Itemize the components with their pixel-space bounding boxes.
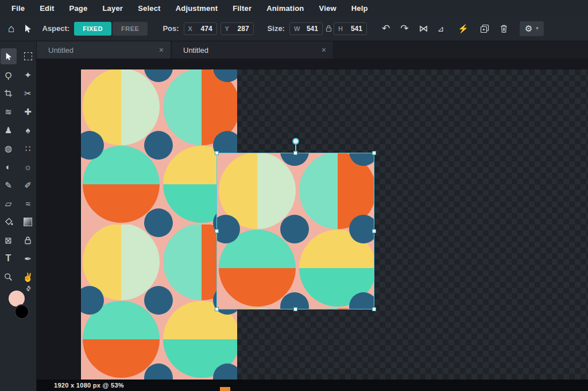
auto-transform-button[interactable]: ⚡ — [458, 24, 469, 33]
selection-handle-w[interactable] — [215, 229, 219, 233]
rotate-handle[interactable] — [292, 138, 299, 145]
aspect-free-button[interactable]: FREE — [113, 22, 148, 36]
y-position-input[interactable]: Y 287 — [220, 22, 254, 35]
canvas-bottom-marker — [220, 387, 230, 391]
menu-filter[interactable]: Filter — [225, 4, 259, 13]
document-canvas[interactable] — [81, 69, 588, 380]
tool-pencil[interactable]: ✎ — [1, 177, 17, 193]
w-field-value: 541 — [307, 25, 318, 33]
image-editor-window: File Edit Page Layer Select Adjustment F… — [0, 0, 588, 391]
tool-crop[interactable] — [1, 85, 17, 101]
tool-blur[interactable]: ♠ — [20, 122, 36, 138]
tool-dodge-burn[interactable]: ◐ — [1, 158, 17, 175]
options-toolbar: ⌂ Aspect: FIXED FREE Pos: X 474 Y 287 Si… — [0, 16, 588, 41]
lock-aspect-icon[interactable] — [326, 25, 332, 32]
gradient-icon — [24, 218, 32, 226]
smudge-icon: ≈ — [25, 199, 30, 208]
status-text: 1920 x 1080 px @ 53% — [54, 382, 124, 389]
tool-smudge[interactable]: ≈ — [20, 195, 36, 211]
selection-handle-e[interactable] — [372, 229, 376, 233]
trash-button[interactable] — [500, 24, 508, 33]
selection-handle-se[interactable] — [372, 307, 376, 311]
settings-button[interactable]: ⚙ ▾ — [520, 21, 544, 36]
menu-animation[interactable]: Animation — [259, 4, 311, 13]
frame-icon: ⊠ — [5, 236, 12, 245]
menu-adjustment[interactable]: Adjustment — [168, 4, 226, 13]
tool-zoom[interactable] — [1, 269, 17, 285]
tool-hand[interactable]: ✌ — [20, 269, 36, 285]
crop-icon — [4, 89, 13, 98]
menu-help[interactable]: Help — [344, 4, 376, 13]
selection-handle-n[interactable] — [293, 151, 297, 155]
tool-pointillize[interactable]: ∷ — [20, 140, 36, 156]
tool-magic-wand[interactable]: ✦ — [20, 67, 36, 83]
scissors-icon: ✂ — [24, 89, 32, 98]
tool-move[interactable] — [1, 48, 17, 64]
tool-marquee[interactable] — [20, 48, 36, 64]
redo-button[interactable]: ↷ — [400, 24, 408, 33]
tool-slice[interactable]: ✂ — [20, 85, 36, 101]
width-input[interactable]: W 541 — [289, 22, 323, 35]
tool-heal[interactable]: ✚ — [20, 103, 36, 119]
background-color-swatch[interactable] — [14, 304, 29, 319]
magnifier-icon — [4, 273, 13, 281]
paint-bucket-icon — [4, 217, 13, 226]
marquee-icon — [24, 52, 32, 60]
size-label: Size: — [268, 24, 285, 33]
selected-layer[interactable] — [217, 153, 374, 309]
tab-untitled-1[interactable]: Untitled × — [37, 41, 171, 59]
selection-handle-s[interactable] — [293, 307, 297, 311]
duplicate-button[interactable] — [480, 24, 489, 33]
tool-fill[interactable] — [1, 214, 17, 230]
close-icon[interactable]: × — [159, 45, 164, 55]
dots-icon: ∷ — [25, 144, 31, 153]
tab-untitled-2[interactable]: Untitled × — [172, 41, 334, 59]
home-icon[interactable]: ⌂ — [8, 23, 14, 34]
tool-brush[interactable]: ✐ — [20, 177, 36, 193]
tool-effects[interactable]: ☼ — [20, 158, 36, 175]
tool-lock[interactable] — [20, 232, 36, 248]
tool-gradient[interactable] — [20, 214, 36, 230]
tool-lasso[interactable]: Ϙ — [1, 67, 17, 83]
x-field-label: X — [188, 25, 192, 32]
move-cursor-icon — [5, 52, 12, 61]
menu-view[interactable]: View — [312, 4, 344, 13]
flip-horizontal-button[interactable]: ⋈ — [419, 24, 428, 33]
x-field-value: 474 — [201, 25, 212, 33]
swap-colors-icon[interactable]: ⇄ — [24, 284, 33, 293]
tool-liquify[interactable]: ≋ — [1, 103, 17, 119]
tab-label: Untitled — [183, 46, 208, 55]
tool-frame[interactable]: ⊠ — [1, 232, 17, 248]
tool-eyedropper[interactable]: ✒ — [20, 250, 36, 266]
selection-handle-nw[interactable] — [215, 151, 219, 155]
stamp-icon: ♟ — [5, 126, 12, 134]
tool-grid: Ϙ ✦ ✂ ≋ ✚ ♟ ♠ ◍ ∷ ◐ ☼ ✎ ✐ ▱ ≈ ⊠ — [0, 41, 36, 285]
x-position-input[interactable]: X 474 — [184, 22, 217, 35]
aspect-fixed-button[interactable]: FIXED — [74, 22, 111, 36]
pos-label: Pos: — [163, 24, 179, 33]
menu-edit[interactable]: Edit — [32, 4, 61, 13]
skew-button[interactable]: ⊿ — [437, 25, 444, 33]
menu-page[interactable]: Page — [62, 4, 95, 13]
tool-palette: Ϙ ✦ ✂ ≋ ✚ ♟ ♠ ◍ ∷ ◐ ☼ ✎ ✐ ▱ ≈ ⊠ — [0, 41, 37, 391]
selection-handle-ne[interactable] — [372, 151, 376, 155]
height-input[interactable]: H 541 — [334, 22, 367, 35]
menu-file[interactable]: File — [11, 4, 32, 13]
close-icon[interactable]: × — [322, 45, 326, 55]
tool-clone-stamp[interactable]: ♟ — [1, 122, 17, 138]
undo-button[interactable]: ↶ — [382, 24, 390, 33]
selection-handle-sw[interactable] — [215, 307, 219, 311]
pointer-icon[interactable] — [24, 24, 32, 33]
tool-halftone[interactable]: ◍ — [1, 140, 17, 156]
y-field-value: 287 — [238, 25, 249, 33]
gear-icon: ⚙ — [525, 24, 532, 33]
menu-select[interactable]: Select — [130, 4, 168, 13]
tool-type[interactable]: T — [1, 250, 17, 266]
canvas-viewport[interactable] — [37, 59, 588, 380]
aspect-label: Aspect: — [42, 24, 69, 33]
menu-layer[interactable]: Layer — [95, 4, 130, 13]
y-field-label: Y — [225, 25, 229, 32]
tool-eraser[interactable]: ▱ — [1, 195, 17, 211]
pattern-layer — [81, 69, 237, 380]
brush-icon: ✐ — [24, 181, 32, 189]
